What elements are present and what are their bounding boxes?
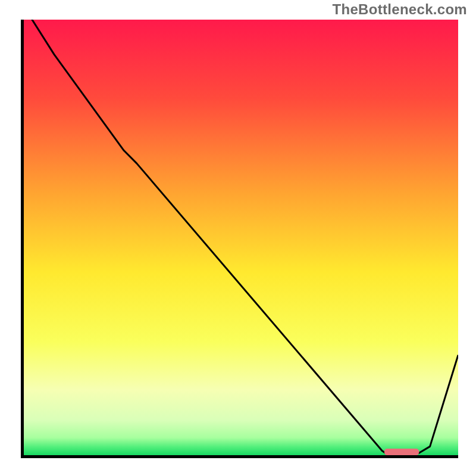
attribution-text: TheBottleneck.com [333,1,467,18]
plot-area [24,20,458,455]
gradient-fill [24,20,458,455]
optimal-range-marker [384,449,419,455]
x-axis [21,455,458,458]
chart-frame: TheBottleneck.com [0,0,476,476]
